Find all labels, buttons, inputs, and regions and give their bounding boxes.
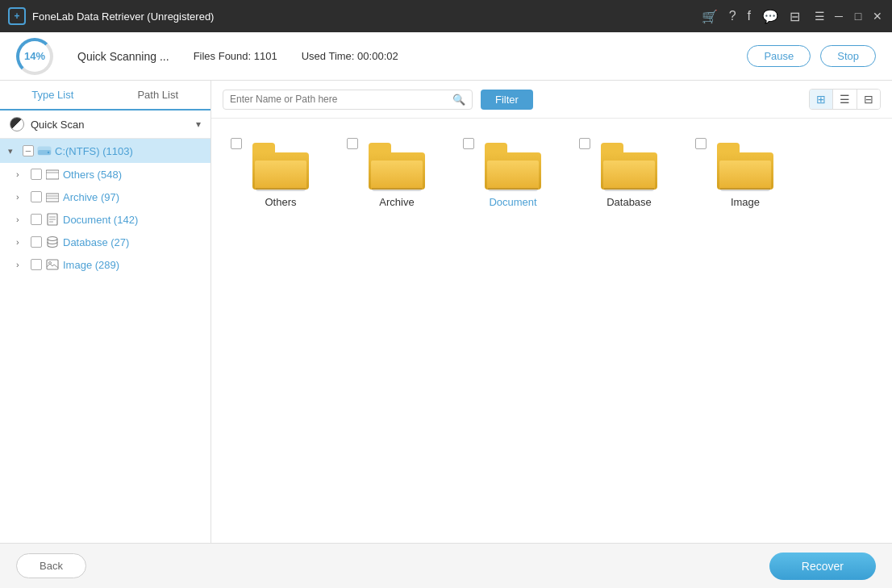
window-controls: ☰ ─ □ ✕	[813, 10, 884, 23]
quick-scan-bar: Quick Scan ▾	[0, 111, 210, 139]
archive-label: Archive (97)	[63, 191, 119, 203]
topbar-actions: Pause Stop	[747, 45, 876, 67]
folder-icon-database	[601, 143, 657, 190]
search-input[interactable]	[230, 94, 452, 105]
titlebar-icons: 🛒 ? f 💬 ⊟	[702, 9, 800, 24]
tab-path-list[interactable]: Path List	[106, 81, 211, 109]
chat-icon[interactable]: 💬	[762, 9, 778, 24]
file-card-image[interactable]: Image	[689, 131, 802, 216]
grid-view-button[interactable]: ⊞	[810, 90, 833, 109]
svg-point-2	[48, 152, 49, 153]
sidebar-item-archive[interactable]: › Archive (97)	[0, 186, 210, 208]
app-title: FoneLab Data Retriever (Unregistered)	[32, 10, 702, 23]
bottombar: Back Recover	[0, 543, 892, 588]
archive-card-name: Archive	[379, 196, 414, 208]
file-card-document[interactable]: Document	[456, 131, 569, 216]
file-grid: Others Archive	[211, 119, 892, 543]
list-view-button[interactable]: ☰	[833, 90, 857, 109]
svg-rect-13	[47, 260, 58, 269]
sidebar-item-document[interactable]: › Document (142)	[0, 208, 210, 231]
others-checkbox[interactable]	[31, 169, 42, 180]
document-label: Document (142)	[63, 214, 138, 226]
svg-rect-3	[46, 170, 59, 179]
recover-button[interactable]: Recover	[769, 553, 876, 580]
maximize-button[interactable]: □	[852, 10, 865, 23]
document-card-checkbox[interactable]	[463, 138, 474, 149]
document-icon	[45, 212, 60, 227]
image-card-name: Image	[731, 196, 760, 208]
pause-button[interactable]: Pause	[747, 45, 811, 67]
others-card-name: Others	[265, 196, 296, 208]
sidebar-item-database[interactable]: › Database (27)	[0, 231, 210, 253]
image-checkbox[interactable]	[31, 259, 42, 270]
cart-icon[interactable]: 🛒	[702, 9, 718, 24]
others-card-checkbox[interactable]	[231, 138, 242, 149]
content-toolbar: 🔍 Filter ⊞ ☰ ⊟	[211, 81, 892, 119]
database-card-name: Database	[606, 196, 652, 208]
main-area: Type List Path List Quick Scan ▾ ▾ ─	[0, 81, 892, 543]
content-area: 🔍 Filter ⊞ ☰ ⊟ Others	[211, 81, 892, 543]
image-label: Image (289)	[63, 259, 119, 271]
chevron-down-icon[interactable]: ▾	[196, 119, 201, 130]
folder-icon-archive	[369, 143, 425, 190]
tab-bar: Type List Path List	[0, 81, 210, 111]
app-icon: +	[8, 7, 26, 25]
question-icon[interactable]: ?	[729, 9, 736, 23]
svg-point-12	[48, 237, 57, 241]
filter-button[interactable]: Filter	[481, 90, 533, 110]
database-checkbox[interactable]	[31, 236, 42, 248]
file-card-archive[interactable]: Archive	[340, 131, 453, 216]
database-card-checkbox[interactable]	[579, 138, 590, 149]
sidebar-item-image[interactable]: › Image (289)	[0, 253, 210, 276]
detail-view-button[interactable]: ⊟	[857, 90, 880, 109]
quick-scan-icon	[10, 117, 24, 131]
image-icon	[45, 257, 60, 272]
quick-scan-label: Quick Scan	[31, 119, 84, 131]
drive-checkbox[interactable]: ─	[23, 145, 34, 156]
archive-icon	[45, 190, 60, 204]
drive-item[interactable]: ▾ ─ C:(NTFS) (1103)	[0, 139, 210, 163]
progress-circle: 14%	[16, 38, 53, 75]
image-card-checkbox[interactable]	[695, 138, 707, 149]
database-icon	[45, 235, 60, 249]
close-button[interactable]: ✕	[871, 10, 884, 23]
sidebar-item-others[interactable]: › Others (548)	[0, 163, 210, 186]
sidebar: Type List Path List Quick Scan ▾ ▾ ─	[0, 81, 211, 543]
files-found-stat: Files Found: 1101	[194, 50, 277, 62]
svg-rect-5	[46, 194, 59, 202]
drive-icon	[37, 144, 52, 158]
facebook-icon[interactable]: f	[748, 9, 751, 23]
others-label: Others (548)	[63, 169, 122, 181]
tab-type-list[interactable]: Type List	[0, 81, 106, 111]
database-label: Database (27)	[63, 236, 129, 248]
file-card-others[interactable]: Others	[224, 131, 337, 216]
folder-icon-document	[485, 143, 541, 190]
drive-expander[interactable]: ▾	[8, 146, 19, 156]
minimize-button[interactable]: ─	[832, 10, 845, 23]
topbar: 14% Quick Scanning ... Files Found: 1101…	[0, 32, 892, 81]
menu-icon[interactable]: ☰	[813, 10, 826, 23]
stop-button[interactable]: Stop	[820, 45, 876, 67]
back-button[interactable]: Back	[16, 553, 86, 578]
archive-checkbox[interactable]	[31, 191, 42, 202]
search-box: 🔍	[223, 90, 473, 110]
screen-icon[interactable]: ⊟	[790, 9, 800, 24]
folder-icon-others	[252, 143, 309, 190]
file-card-database[interactable]: Database	[573, 131, 686, 216]
folder-icon-image	[717, 143, 773, 190]
document-card-name: Document	[489, 196, 536, 208]
document-checkbox[interactable]	[31, 214, 42, 225]
search-icon: 🔍	[452, 94, 465, 106]
scan-status: Quick Scanning ...	[77, 50, 169, 63]
view-toggles: ⊞ ☰ ⊟	[809, 89, 881, 110]
archive-card-checkbox[interactable]	[347, 138, 358, 149]
titlebar: + FoneLab Data Retriever (Unregistered) …	[0, 0, 892, 32]
others-icon	[45, 167, 60, 181]
used-time-stat: Used Time: 00:00:02	[302, 50, 398, 62]
drive-label: C:(NTFS) (1103)	[55, 145, 204, 157]
